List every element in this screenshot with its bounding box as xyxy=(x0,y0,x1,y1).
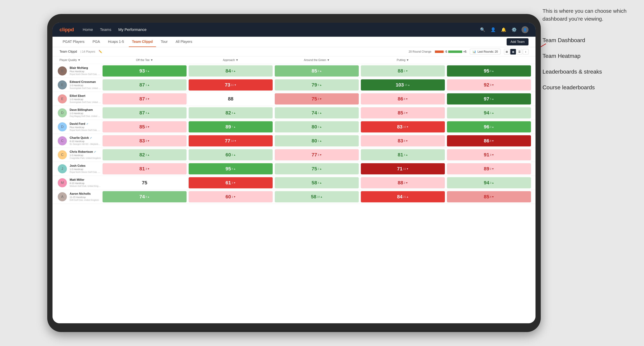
score-value: 89 xyxy=(226,124,231,130)
person-icon[interactable]: 👤 xyxy=(490,26,496,33)
score-cell: 871 xyxy=(102,79,186,91)
tab-team-clippd[interactable]: Team Clippd xyxy=(129,37,156,47)
score-cell: 943 xyxy=(447,177,531,188)
nav-link-my-performance[interactable]: My Performance xyxy=(118,27,146,32)
player-name: Edward Crossman xyxy=(70,80,101,84)
table-row: EElliot Ebert1-5 HandicapSunningdale Gol… xyxy=(52,92,536,106)
player-info-cell[interactable]: MMatt Miller6-10 HandicapWoburn Golf Clu… xyxy=(56,178,102,187)
score-cell: 75 xyxy=(102,177,186,188)
player-info-cell[interactable]: EElliot Ebert1-5 HandicapSunningdale Gol… xyxy=(56,94,102,103)
score-change: 5 xyxy=(490,98,494,100)
score-value: 92 xyxy=(484,82,489,88)
table-row: JJosh Coles1-5 HandicapRoyal North Devon… xyxy=(52,162,536,176)
annotation-panel: This is where you can choose which dashb… xyxy=(542,7,634,96)
col-header-approach[interactable]: Approach ▼ xyxy=(188,58,274,62)
player-info-cell[interactable]: AAaron Nicholls11-15 HandicapDrift Golf … xyxy=(56,192,102,201)
player-club: Gog Magog Golf Club, United Kingdom xyxy=(70,115,101,117)
round-change-label: 20 Round Change xyxy=(408,50,432,53)
view-extra-btn[interactable]: ↕ xyxy=(523,49,528,54)
score-cell: 866 xyxy=(361,93,445,105)
score-cell: 8421 xyxy=(361,191,445,202)
player-info-cell[interactable]: DDavid Ford✓Plus HandicapRoyal North Dev… xyxy=(56,122,102,131)
score-value: 77 xyxy=(225,138,230,144)
col-header-putting[interactable]: Putting ▼ xyxy=(360,58,446,62)
score-change: 11 xyxy=(403,168,408,170)
table-row: DDavid Ford✓Plus HandicapRoyal North Dev… xyxy=(52,120,536,134)
verified-icon: ✓ xyxy=(94,151,96,153)
player-name: Blair McHarg xyxy=(70,66,101,70)
tab-pgat-players[interactable]: PGAT Players xyxy=(60,37,88,47)
player-club: Royal North Devon Golf Club, United King… xyxy=(70,171,101,173)
col-header-off-tee[interactable]: Off the Tee ▼ xyxy=(102,58,188,62)
score-cell: 836 xyxy=(361,135,445,147)
tab-tour[interactable]: Tour xyxy=(158,37,171,47)
player-name: David Ford✓ xyxy=(70,122,101,126)
tab-all-players[interactable]: All Players xyxy=(172,37,195,47)
player-handicap: Plus Handicap xyxy=(70,70,101,73)
score-change: 10 xyxy=(317,195,322,198)
score-value: 83 xyxy=(397,124,402,130)
add-team-button[interactable]: Add Team xyxy=(506,38,528,45)
search-icon[interactable]: 🔍 xyxy=(480,26,486,33)
nav-link-teams[interactable]: Teams xyxy=(100,27,111,32)
score-change: 1 xyxy=(318,140,322,142)
player-info-cell[interactable]: BBlair McHargPlus HandicapRoyal North De… xyxy=(56,66,102,75)
player-info-cell[interactable]: DDave Billingham1-5 HandicapGog Magog Go… xyxy=(56,108,102,117)
edit-icon[interactable]: ✏️ xyxy=(99,50,102,53)
player-info-cell[interactable]: CCharlie Quick✓6-10 HandicapSt. George's… xyxy=(56,136,102,145)
tab-pga[interactable]: PGA xyxy=(90,37,103,47)
score-cell: 7311 xyxy=(189,79,273,91)
bell-icon[interactable]: 🔔 xyxy=(500,26,507,33)
player-info-cell[interactable]: EEdward Crossman1-5 HandicapSunningdale … xyxy=(56,80,102,89)
score-change: 11 xyxy=(231,84,236,86)
player-club: Woburn Golf Club, United Kingdom xyxy=(70,185,101,187)
table-row: CCharlie Quick✓6-10 HandicapSt. George's… xyxy=(52,134,536,148)
score-cell: 897 xyxy=(189,121,273,133)
score-cell: 803 xyxy=(275,121,359,133)
score-change: 3 xyxy=(490,181,494,184)
player-club: Drift Golf Club, United Kingdom xyxy=(70,199,99,201)
player-club: St. George's Hill GC - Weybridge - Surre… xyxy=(70,143,101,145)
settings-icon[interactable]: ⚙️ xyxy=(511,26,517,33)
verified-icon: ✓ xyxy=(86,123,88,125)
tab-hcaps[interactable]: Hcaps 1-5 xyxy=(105,37,127,47)
score-value: 81 xyxy=(398,152,403,158)
score-value: 75 xyxy=(142,180,147,185)
avatar: J xyxy=(58,164,67,173)
score-value: 75 xyxy=(312,96,317,102)
nav-links: Home Teams My Performance xyxy=(82,27,480,32)
score-change: 3 xyxy=(146,154,150,156)
change-negative: -5 xyxy=(445,50,447,53)
score-change: 3 xyxy=(318,154,322,156)
player-info-cell[interactable]: CChris Robertson✓1-5 HandicapCraigmillar… xyxy=(56,150,102,159)
score-cell: 881 xyxy=(361,65,445,77)
player-handicap: 1-5 Handicap xyxy=(70,98,101,101)
score-cell: 88 xyxy=(189,93,273,105)
avatar: E xyxy=(58,94,67,103)
score-cell: 7714 xyxy=(189,135,273,147)
col-header-around-green[interactable]: Around the Green ▼ xyxy=(274,58,360,62)
player-details: Edward Crossman1-5 HandicapSunningdale G… xyxy=(70,80,101,89)
score-cell: 846 xyxy=(189,65,273,77)
score-change: 8 xyxy=(146,195,150,198)
score-cell: 833 xyxy=(102,135,186,147)
avatar[interactable]: 👤 xyxy=(522,26,528,33)
view-heatmap-btn[interactable]: ▦ xyxy=(510,49,516,54)
score-value: 84 xyxy=(226,68,231,74)
avatar: A xyxy=(58,192,67,201)
view-list-btn[interactable]: ☰ xyxy=(516,49,522,54)
player-info-cell[interactable]: JJosh Coles1-5 HandicapRoyal North Devon… xyxy=(56,164,102,173)
annotation-item-3: Leaderboards & streaks xyxy=(542,65,634,79)
score-cell: 814 xyxy=(361,149,445,161)
annotation-text: This is where you can choose which dashb… xyxy=(542,7,634,23)
change-positive: +5 xyxy=(463,50,466,53)
score-change: 3 xyxy=(490,126,494,128)
view-grid-btn[interactable]: ⊞ xyxy=(504,49,510,54)
nav-link-home[interactable]: Home xyxy=(82,27,93,32)
score-cell: 959 xyxy=(447,65,531,77)
score-change: 2 xyxy=(318,168,322,170)
score-cell: 858 xyxy=(275,65,359,77)
last-rounds-button[interactable]: 📊 Last Rounds: 20 xyxy=(470,49,500,54)
score-cell: 939 xyxy=(102,65,186,77)
score-value: 61 xyxy=(226,180,231,185)
